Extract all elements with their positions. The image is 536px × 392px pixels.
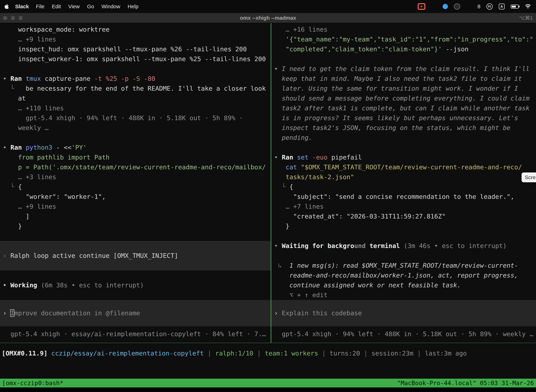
- omx-status-line: [OMX#0.11.9] cczip/essay/ai-reimplementa…: [0, 348, 536, 358]
- screen-recording-stop-icon[interactable]: [418, 3, 425, 10]
- terminal-line: workspace_mode: worktree: [0, 25, 271, 34]
- terminal-text-segment: |: [204, 350, 215, 357]
- ralph-loop-row[interactable]: › Ralph loop active continue [OMX_TMUX_I…: [0, 241, 271, 271]
- terminal-pane-left[interactable]: workspace_mode: worktree … +9 lines insp…: [0, 23, 271, 343]
- terminal-line: [271, 251, 536, 261]
- terminal-text-segment: Ran: [10, 75, 26, 82]
- terminal-text-segment: |: [254, 350, 265, 357]
- screen-capture-tooltip[interactable]: Scre: [522, 173, 536, 182]
- terminal-text-segment: ⌥ + ↑ edit: [274, 291, 327, 299]
- terminal-text-segment: - <<: [56, 144, 72, 151]
- terminal-line: "completed","claim_token":"claim-token"}…: [271, 44, 536, 54]
- terminal-text-segment: └: [274, 183, 289, 190]
- terminal-line: [0, 290, 271, 300]
- menu-item-go[interactable]: Go: [87, 4, 94, 9]
- grid-icon[interactable]: [431, 5, 437, 9]
- input-source-icon[interactable]: A: [499, 4, 505, 9]
- close-button[interactable]: [3, 16, 7, 20]
- terminal-text-segment: ralph:1/10: [215, 350, 254, 357]
- menu-item-view[interactable]: View: [68, 4, 80, 9]
- terminal-line: at: [0, 93, 271, 103]
- terminal-text-segment: pipefail: [331, 154, 362, 161]
- terminal-text-segment: from pathlib import Path: [3, 154, 110, 161]
- composer-input-right[interactable]: › Explain this codebase: [271, 300, 536, 326]
- terminal-text-segment: terminal: [366, 242, 404, 249]
- terminal-text-segment: inspect_hud: omx sparkshell --tmux-pane …: [3, 46, 247, 53]
- terminal-text-segment: is in progress? It seems likely but perh…: [274, 114, 518, 121]
- terminal-text-segment: readme-and-reco/mailbox/worker-1.json, a…: [274, 272, 518, 279]
- minimize-button[interactable]: [11, 16, 15, 20]
- terminal-line: weekly …: [0, 123, 271, 133]
- window-title: omx --xhigh --madmax: [240, 15, 296, 21]
- zoom-button[interactable]: [19, 16, 23, 20]
- gauge-61-icon[interactable]: 61: [486, 3, 493, 10]
- app-icon-8[interactable]: 8: [478, 4, 480, 9]
- terminal[interactable]: workspace_mode: worktree … +9 lines insp…: [0, 23, 536, 392]
- terminal-text-segment: session:23m: [371, 350, 413, 357]
- terminal-text-segment: • I need to get the claim token from the…: [274, 65, 530, 72]
- terminal-text-segment: weekly …: [3, 124, 48, 131]
- menu-item-window[interactable]: Window: [101, 4, 120, 9]
- screen: Slack FileEditViewGoWindowHelp 8 61 A: [0, 0, 536, 392]
- menu-item-help[interactable]: Help: [128, 4, 139, 9]
- terminal-line: is in progress? It seems likely but perh…: [271, 113, 536, 123]
- tmux-panes: workspace_mode: worktree … +9 lines insp…: [0, 23, 536, 343]
- terminal-text-segment: task2 after task1 is complete, but can I…: [274, 104, 530, 112]
- terminal-text-segment: tmux: [26, 75, 45, 82]
- terminal-text-segment: ↳: [274, 262, 289, 269]
- terminal-text-segment: '{"team_name":"my-team","task_id":"1","f…: [274, 36, 533, 43]
- terminal-pane-right[interactable]: … +16 lines '{"team_name":"my-team","tas…: [271, 23, 536, 343]
- terminal-text-segment: turns:20: [330, 350, 360, 357]
- terminal-line: [0, 64, 271, 74]
- window-title-bar[interactable]: omx --xhigh --madmax ⌥⌘1: [0, 13, 536, 23]
- dark-disc-icon[interactable]: [454, 3, 460, 10]
- terminal-text-segment: mprove documentation in @filename: [14, 309, 140, 317]
- terminal-text-segment: pending.: [274, 134, 312, 141]
- terminal-line: [271, 143, 536, 152]
- terminal-text-segment: --json: [446, 46, 469, 53]
- terminal-text-segment: gpt-5.4 xhigh · essay/ai-reimplementatio…: [3, 330, 266, 338]
- terminal-line: tasks/task-2.json": [271, 172, 536, 182]
- new-msg-notice: ↳ 1 new msg(s): read $OMX_TEAM_STATE_ROO…: [271, 261, 536, 271]
- terminal-text-segment: "created_at": "2026-03-31T11:59:27.816Z": [274, 213, 446, 220]
- terminal-line: └ {: [0, 182, 271, 192]
- terminal-text-segment: und: [354, 242, 366, 249]
- terminal-line: inspect_hud: omx sparkshell --tmux-pane …: [0, 44, 271, 54]
- active-app-menu[interactable]: Slack: [15, 4, 29, 9]
- tmux-session-info: [omx-cczip0:bash*: [2, 379, 63, 387]
- terminal-text-segment: ›: [3, 252, 10, 259]
- terminal-text-segment: 1 new msg(s): read $OMX_TEAM_STATE_ROOT/…: [289, 262, 518, 269]
- terminal-line: cat "$OMX_TEAM_STATE_ROOT/team/review-cu…: [271, 162, 536, 172]
- terminal-text-segment: inspect task2's JSON, focusing on the st…: [274, 124, 511, 131]
- menu-item-edit[interactable]: Edit: [52, 4, 61, 9]
- terminal-text-segment: Working: [10, 281, 41, 289]
- terminal-line: continue assigned work or next feasible …: [271, 280, 536, 290]
- terminal-line: keep that in mind. Maybe I also need the…: [271, 74, 536, 84]
- traffic-lights: [3, 13, 23, 23]
- wifi-icon[interactable]: [525, 4, 531, 9]
- terminal-text-segment: at: [3, 95, 26, 102]
- terminal-text-segment: }: [274, 223, 289, 230]
- terminal-text-segment: Waiting for backgro: [282, 242, 354, 249]
- ran-set-line: • Ran set -euo pipefail: [271, 152, 536, 162]
- terminal-text-segment: %25: [106, 75, 121, 82]
- menu-item-file[interactable]: File: [36, 4, 44, 9]
- terminal-line: … +110 lines: [0, 103, 271, 113]
- blue-app-icon[interactable]: [443, 4, 448, 9]
- terminal-text-segment: -euo: [312, 154, 331, 161]
- apple-menu[interactable]: [4, 4, 9, 9]
- terminal-line: gpt-5.4 xhigh · 94% left · 488K in · 5.1…: [0, 113, 271, 123]
- terminal-text-segment: team:1 workers: [265, 350, 318, 357]
- terminal-line: [271, 231, 536, 241]
- terminal-text-segment: {: [289, 183, 293, 190]
- composer-input-left[interactable]: › Improve documentation in @filename: [0, 300, 271, 326]
- terminal-line: "worker": "worker-1",: [0, 192, 271, 202]
- dots-grid-icon[interactable]: [466, 4, 471, 9]
- terminal-line: ]: [0, 211, 271, 221]
- terminal-text-segment: "$OMX_TEAM_STATE_ROOT/team/review-curren…: [301, 163, 522, 171]
- thinking-block: • I need to get the claim token from the…: [271, 64, 536, 74]
- terminal-line: … +16 lines: [271, 25, 536, 34]
- terminal-text-segment: cat: [274, 163, 301, 171]
- terminal-text-segment: … +9 lines: [3, 36, 56, 43]
- battery-icon[interactable]: [511, 5, 519, 9]
